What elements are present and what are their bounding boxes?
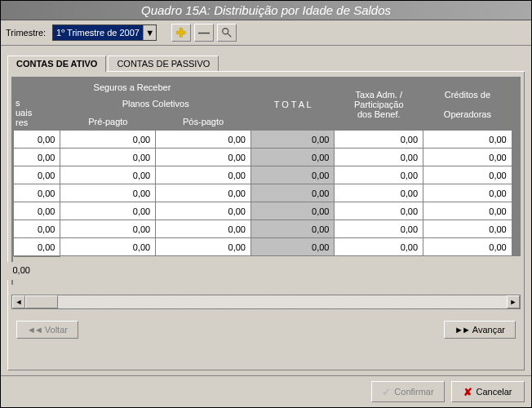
grid-edge (512, 238, 520, 256)
grid-cell[interactable]: 0,00 (14, 184, 60, 202)
grid-cell[interactable]: 0,00 (335, 184, 423, 202)
footer-edge (42, 262, 54, 280)
trimestre-value: 1º Trimestre de 2007 (53, 28, 143, 38)
grid-cell[interactable]: 0,00 (423, 202, 512, 220)
grid-cell[interactable]: 0,00 (156, 149, 251, 166)
grid-cell[interactable]: 0,00 (251, 184, 335, 202)
grid-cell[interactable]: 0,00 (156, 238, 251, 256)
grid-footer-row: 0,00 0,00 0,00 0,00 0,00 0,00 (14, 256, 60, 285)
grid-cell[interactable]: 0,00 (251, 238, 335, 256)
header-taxa: Taxa Adm. / Participação dos Benef. (335, 79, 423, 131)
scroll-thumb[interactable] (25, 295, 58, 308)
grid-cell[interactable]: 0,00 (335, 220, 423, 238)
grid-cell[interactable]: 0,00 (60, 131, 156, 149)
forward-icon: ►► (454, 325, 469, 335)
grid-cell[interactable]: 0,00 (156, 202, 251, 220)
minus-icon: — (198, 26, 210, 39)
table-row[interactable]: 0,000,000,000,000,000,00 (14, 131, 521, 149)
scroll-right-button[interactable]: ► (507, 295, 520, 308)
grid-cell[interactable]: 0,00 (60, 149, 156, 166)
remove-button[interactable]: — (194, 24, 214, 42)
grid-cell[interactable]: 0,00 (60, 202, 156, 220)
toolbar: Trimestre: 1º Trimestre de 2007 ▼ ✚ — (1, 20, 531, 46)
table-row[interactable]: 0,000,000,000,000,000,00 (14, 166, 521, 184)
table-row[interactable]: 0,000,000,000,000,000,00 (14, 220, 521, 238)
grid-cell[interactable]: 0,00 (335, 238, 423, 256)
header-planos: Planos Coletivos (60, 95, 251, 113)
chevron-down-icon[interactable]: ▼ (143, 25, 156, 40)
svg-point-0 (223, 29, 228, 34)
header-total: T O T A L (251, 79, 335, 131)
grid-edge (512, 166, 520, 184)
table-row[interactable]: 0,000,000,000,000,000,00 (14, 184, 521, 202)
grid-cell[interactable]: 0,00 (251, 149, 335, 166)
grid-cell[interactable]: 0,00 (335, 131, 423, 149)
grid-cell[interactable]: 0,00 (14, 238, 60, 256)
content-area: CONTAS DE ATIVO CONTAS DE PASSIVO Seguro… (1, 46, 531, 375)
cancel-button[interactable]: ✘ Cancelar (451, 381, 525, 402)
back-button-label: Voltar (45, 325, 68, 335)
table-row[interactable]: 0,000,000,000,000,000,00 (14, 238, 521, 256)
grid-cell[interactable]: 0,00 (156, 184, 251, 202)
search-button[interactable] (217, 24, 237, 42)
grid-cell[interactable]: 0,00 (251, 202, 335, 220)
x-icon: ✘ (463, 386, 472, 398)
next-button[interactable]: ►► Avançar (444, 321, 516, 339)
grid-edge (512, 202, 520, 220)
header-seguros: Seguros a Receber (14, 79, 251, 95)
header-edge (512, 79, 520, 131)
back-button[interactable]: ◄◄ Voltar (16, 321, 78, 339)
grid-cell[interactable]: 0,00 (335, 149, 423, 166)
next-button-label: Avançar (472, 325, 505, 335)
magnify-icon (221, 27, 233, 38)
header-leftcut: s uais res (14, 95, 60, 131)
grid-cell[interactable]: 0,00 (60, 238, 156, 256)
grid-cell[interactable]: 0,00 (14, 166, 60, 184)
grid-cell[interactable]: 0,00 (423, 166, 512, 184)
nav-row: ◄◄ Voltar ►► Avançar (11, 309, 521, 342)
grid-cell[interactable]: 0,00 (423, 238, 512, 256)
grid-cell[interactable]: 0,00 (423, 131, 512, 149)
grid-cell[interactable]: 0,00 (251, 166, 335, 184)
grid-cell[interactable]: 0,00 (423, 184, 512, 202)
footer-cell: 0,00 (7, 262, 35, 280)
grid-edge (512, 149, 520, 166)
grid-cell[interactable]: 0,00 (423, 220, 512, 238)
confirm-button[interactable]: ✔ Confirmar (371, 381, 445, 402)
grid-cell[interactable]: 0,00 (14, 149, 60, 166)
grid-cell[interactable]: 0,00 (60, 220, 156, 238)
grid-cell[interactable]: 0,00 (156, 131, 251, 149)
confirm-label: Confirmar (394, 387, 433, 397)
grid-edge (512, 131, 520, 149)
header-pre: Pré-pagto (60, 113, 156, 131)
tab-panel-ativo: Seguros a Receber T O T A L Taxa Adm. / … (7, 72, 525, 370)
grid-cell[interactable]: 0,00 (251, 220, 335, 238)
grid-table[interactable]: Seguros a Receber T O T A L Taxa Adm. / … (13, 78, 521, 285)
grid-cell[interactable]: 0,00 (14, 220, 60, 238)
grid-cell[interactable]: 0,00 (14, 202, 60, 220)
grid-cell[interactable]: 0,00 (60, 166, 156, 184)
trimestre-combo[interactable]: 1º Trimestre de 2007 ▼ (52, 24, 157, 41)
grid-cell[interactable]: 0,00 (14, 131, 60, 149)
check-icon: ✔ (382, 386, 391, 398)
grid-container: Seguros a Receber T O T A L Taxa Adm. / … (11, 77, 521, 285)
add-button[interactable]: ✚ (171, 24, 191, 42)
grid-cell[interactable]: 0,00 (251, 131, 335, 149)
plus-icon: ✚ (176, 26, 186, 39)
cancel-label: Cancelar (476, 387, 512, 397)
tab-strip: CONTAS DE ATIVO CONTAS DE PASSIVO (7, 54, 525, 72)
scroll-track[interactable] (58, 295, 507, 308)
horizontal-scrollbar[interactable]: ◄ ► (11, 295, 521, 309)
grid-cell[interactable]: 0,00 (156, 220, 251, 238)
grid-cell[interactable]: 0,00 (335, 166, 423, 184)
grid-cell[interactable]: 0,00 (156, 166, 251, 184)
tab-contas-ativo[interactable]: CONTAS DE ATIVO (7, 55, 106, 72)
grid-cell[interactable]: 0,00 (335, 202, 423, 220)
grid-cell[interactable]: 0,00 (423, 149, 512, 166)
table-row[interactable]: 0,000,000,000,000,000,00 (14, 149, 521, 166)
grid-edge (512, 220, 520, 238)
scroll-left-button[interactable]: ◄ (12, 295, 25, 308)
grid-cell[interactable]: 0,00 (60, 184, 156, 202)
table-row[interactable]: 0,000,000,000,000,000,00 (14, 202, 521, 220)
tab-contas-passivo[interactable]: CONTAS DE PASSIVO (108, 55, 219, 71)
